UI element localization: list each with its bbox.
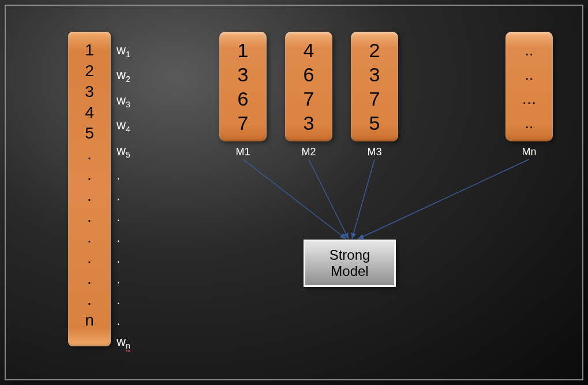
sample-value: 6 bbox=[304, 63, 314, 86]
ellipsis-dot: . bbox=[87, 248, 92, 268]
ellipsis-dot: . bbox=[117, 311, 130, 331]
ellipsis-dot: . bbox=[117, 207, 130, 227]
sample-value: 3 bbox=[304, 111, 314, 134]
sample-value: 4 bbox=[304, 39, 314, 62]
weight-label-n: wn bbox=[117, 331, 130, 356]
ellipsis-dot: . bbox=[87, 165, 92, 185]
weight-base: w bbox=[117, 143, 126, 158]
dataset-item-n: n bbox=[85, 310, 94, 331]
weight-base: w bbox=[117, 334, 126, 349]
sample-value: 3 bbox=[238, 63, 249, 86]
model-box-m2: 4 6 7 3 bbox=[285, 32, 332, 141]
weight-label: w5 bbox=[117, 140, 130, 165]
weight-sub: 1 bbox=[126, 50, 130, 59]
sample-value: 5 bbox=[369, 111, 380, 134]
dataset-item: 4 bbox=[85, 102, 94, 123]
ellipsis-dot: . bbox=[87, 185, 92, 206]
sample-value: 6 bbox=[238, 87, 249, 110]
model-label-m3: M3 bbox=[351, 146, 398, 158]
sample-value: … bbox=[522, 87, 537, 110]
weight-sub: 2 bbox=[126, 75, 130, 84]
dataset-item: 2 bbox=[85, 61, 94, 81]
strong-model-label-line1: Strong bbox=[329, 247, 370, 263]
weight-sub: 5 bbox=[126, 150, 130, 159]
weight-base: w bbox=[117, 93, 126, 107]
ellipsis-dot: . bbox=[117, 290, 130, 311]
ellipsis-dot: . bbox=[87, 227, 92, 248]
sample-value: 3 bbox=[369, 63, 380, 86]
model-label-m2: M2 bbox=[285, 146, 332, 158]
weight-sub: n bbox=[126, 341, 130, 352]
ellipsis-dot: . bbox=[87, 206, 92, 227]
model-label-mn: Mn bbox=[505, 146, 553, 158]
sample-value: 1 bbox=[238, 39, 249, 62]
weight-base: w bbox=[117, 43, 126, 57]
strong-model-label-line2: Model bbox=[331, 263, 368, 279]
weight-label: w3 bbox=[117, 90, 130, 115]
weight-label: w4 bbox=[117, 115, 130, 140]
model-box-mn: .. .. … .. bbox=[505, 32, 553, 141]
ellipsis-dot: . bbox=[87, 144, 92, 165]
weight-label: w2 bbox=[117, 65, 130, 89]
dataset-item: 3 bbox=[85, 81, 94, 102]
ellipsis-dot: . bbox=[117, 227, 130, 248]
sample-value: 7 bbox=[238, 111, 249, 134]
weight-base: w bbox=[117, 68, 126, 82]
sample-value: 7 bbox=[369, 87, 380, 110]
sample-value: .. bbox=[525, 39, 533, 62]
dataset-item: 5 bbox=[85, 123, 94, 144]
ellipsis-dot: . bbox=[87, 289, 92, 310]
dataset-box: 1 2 3 4 5 . . . . . . . . n bbox=[68, 32, 111, 346]
ellipsis-dot: . bbox=[117, 269, 130, 290]
weight-sub: 4 bbox=[126, 125, 130, 134]
ellipsis-dot: . bbox=[117, 186, 130, 207]
model-box-m1: 1 3 6 7 bbox=[219, 32, 267, 141]
model-box-m3: 2 3 7 5 bbox=[351, 32, 398, 141]
ellipsis-dot: . bbox=[87, 268, 92, 289]
weights-column: w1 w2 w3 w4 w5 . . . . . . . . wn bbox=[117, 32, 130, 364]
weight-sub: 3 bbox=[126, 100, 130, 109]
weight-label: w1 bbox=[117, 40, 130, 65]
dataset-item: 1 bbox=[85, 40, 94, 61]
model-label-m1: M1 bbox=[219, 146, 267, 158]
sample-value: 2 bbox=[369, 39, 380, 62]
sample-value: .. bbox=[525, 63, 533, 86]
sample-value: .. bbox=[525, 111, 533, 134]
ellipsis-dot: . bbox=[117, 165, 130, 186]
sample-value: 7 bbox=[304, 87, 314, 110]
ellipsis-dot: . bbox=[117, 248, 130, 269]
weight-base: w bbox=[117, 118, 126, 132]
strong-model-box: Strong Model bbox=[304, 240, 396, 287]
